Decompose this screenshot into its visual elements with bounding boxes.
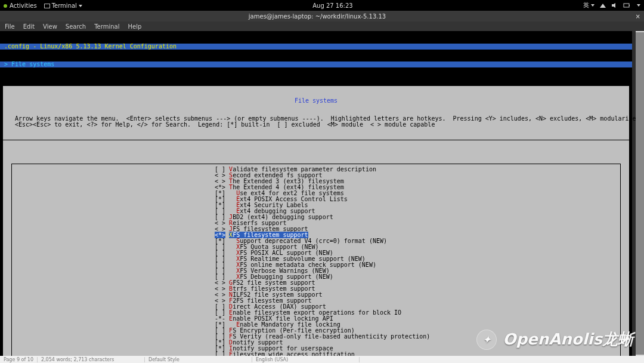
terminal-body[interactable]: .config - Linux/x86 5.13.13 Kernel Confi… — [0, 31, 632, 356]
menu-view[interactable]: View — [43, 23, 57, 30]
window-titlebar[interactable]: james@james-laptop: ~/workdir/linux-5.13… — [0, 11, 644, 21]
terminal-menubar: File Edit View Search Terminal Help — [0, 21, 644, 31]
network-icon[interactable] — [599, 2, 606, 8]
clock[interactable]: Aug 27 16:23 — [82, 2, 583, 9]
option-item[interactable]: < > JFS filesystem support — [12, 226, 620, 232]
bg-style: Default Style — [145, 357, 252, 362]
option-item[interactable]: [*] Ext4 POSIX Access Control Lists — [12, 196, 620, 202]
panel-title: File systems — [3, 98, 629, 104]
menu-file[interactable]: File — [5, 23, 15, 30]
scrollbar-thumb[interactable] — [636, 32, 644, 355]
wechat-icon: ✦ — [476, 330, 497, 350]
menu-help[interactable]: Help — [128, 23, 141, 30]
input-method[interactable]: 英 — [583, 1, 595, 10]
menu-search[interactable]: Search — [66, 23, 86, 30]
svg-rect-0 — [624, 4, 629, 7]
menu-edit[interactable]: Edit — [23, 23, 35, 30]
volume-icon[interactable] — [611, 2, 618, 8]
bg-page: Page 9 of 10 — [0, 357, 38, 362]
activities-button[interactable]: Activities — [4, 2, 37, 9]
chevron-down-icon — [637, 4, 640, 7]
terminal-scrollbar[interactable] — [636, 31, 644, 356]
option-item[interactable]: < > Reiserfs support — [12, 220, 620, 226]
window-close-button[interactable]: × — [631, 13, 640, 20]
option-item[interactable]: < > GFS2 file system support — [12, 280, 620, 286]
svg-rect-1 — [629, 5, 630, 6]
option-item[interactable]: [ ] XFS Debugging support (NEW) — [12, 274, 620, 280]
window-title: james@james-laptop: ~/workdir/linux-5.13… — [4, 13, 631, 20]
option-item[interactable]: [*] Ext4 Security Labels — [12, 202, 620, 208]
config-breadcrumb: > File systems — [3, 61, 55, 67]
menuconfig-panel: File systems Arrow keys navigate the men… — [2, 85, 630, 363]
separator — [3, 140, 629, 146]
option-item[interactable]: [ ] JBD2 (ext4) debugging support — [12, 214, 620, 220]
activities-icon — [4, 4, 7, 8]
desktop-topbar: Activities Terminal Aug 27 16:23 英 — [0, 0, 644, 11]
active-app[interactable]: Terminal — [44, 2, 82, 9]
config-title: .config - Linux/x86 5.13.13 Kernel Confi… — [3, 44, 178, 50]
panel-help: Arrow keys navigate the menu. <Enter> se… — [3, 116, 629, 128]
chevron-down-icon — [591, 4, 595, 7]
battery-icon[interactable] — [623, 2, 630, 8]
terminal-icon — [44, 4, 50, 8]
option-item[interactable]: < > NILFS2 file system support — [12, 292, 620, 298]
background-statusbar: Page 9 of 10 2,054 words; 2,713 characte… — [0, 356, 644, 363]
menu-terminal[interactable]: Terminal — [94, 23, 119, 30]
system-tray[interactable]: 英 — [583, 1, 640, 10]
bg-lang: English (USA) — [252, 357, 360, 362]
bg-words: 2,054 words; 2,713 characters — [38, 357, 145, 362]
watermark: ✦ OpenAnolis龙蜥 — [476, 329, 633, 350]
